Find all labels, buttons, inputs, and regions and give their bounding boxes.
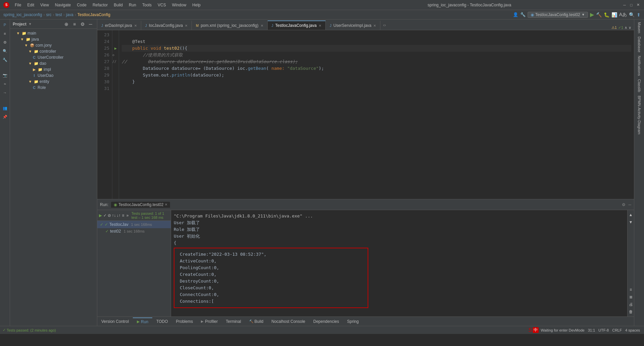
sidebar-icon-5[interactable]: 🔧 xyxy=(1,56,9,64)
right-sidebar-database[interactable]: Database xyxy=(637,35,642,54)
scroll-list-icon[interactable]: ≡ xyxy=(628,286,634,293)
tab-build[interactable]: 🔨 Build xyxy=(245,317,268,326)
sidebar-icon-8[interactable]: → xyxy=(1,89,9,97)
build-button[interactable]: 🔨 xyxy=(596,12,602,17)
search-button[interactable]: 🔍 xyxy=(629,12,635,17)
scroll-delete-icon[interactable]: 🗑 xyxy=(628,308,634,315)
tree-item-main[interactable]: ▼ 📁 main xyxy=(10,30,97,36)
breadcrumb-project[interactable]: spring_ioc_javaconfig xyxy=(3,12,42,17)
status-line-sep[interactable]: CRLF xyxy=(611,328,623,332)
scroll-down-button[interactable]: ▼ xyxy=(628,219,634,226)
menu-help[interactable]: Help xyxy=(190,2,203,8)
status-lang-icon[interactable]: 中 xyxy=(533,327,539,333)
tab-run[interactable]: ▶ Run xyxy=(133,317,152,326)
panel-dropdown[interactable]: ▼ xyxy=(29,22,32,26)
tab-todo[interactable]: TODO xyxy=(152,317,172,326)
tab-dependencies[interactable]: Dependencies xyxy=(309,317,343,326)
translate-icon[interactable]: Aあ xyxy=(619,12,627,18)
tab-close-0[interactable]: ✕ xyxy=(134,24,137,28)
scroll-list2-icon[interactable]: ≣ xyxy=(628,294,634,300)
menu-view[interactable]: View xyxy=(38,2,52,8)
panel-collapse-icon[interactable]: ≡ xyxy=(71,20,78,28)
menu-navigate[interactable]: Navigate xyxy=(52,2,73,8)
tab-terminal[interactable]: Terminal xyxy=(222,317,245,326)
menu-window[interactable]: Window xyxy=(169,2,189,8)
panel-minimize-icon[interactable]: ─ xyxy=(87,20,94,28)
breadcrumb-src[interactable]: src xyxy=(46,12,51,17)
tab-close-3[interactable]: ✕ xyxy=(319,24,321,28)
breadcrumb-test[interactable]: test xyxy=(55,12,62,17)
expand-icon[interactable]: ∧ xyxy=(625,26,627,30)
run-gutter-icon[interactable]: ▶ xyxy=(114,45,117,52)
right-sidebar-maven[interactable]: Maven xyxy=(637,21,642,35)
tree-item-userdao[interactable]: I UserDao xyxy=(10,72,97,79)
debug-button[interactable]: 🐛 xyxy=(604,12,609,17)
run-list-button[interactable]: ≡ xyxy=(121,212,125,219)
sidebar-icon-3[interactable]: ⚙ xyxy=(1,38,9,46)
tree-item-dao[interactable]: ▼ 📁 dao xyxy=(10,60,97,66)
sidebar-bookmarks-icon[interactable]: 📌 xyxy=(1,113,9,121)
menu-refactor[interactable]: Refactor xyxy=(90,2,110,8)
tab-close-1[interactable]: ✕ xyxy=(185,24,187,28)
sidebar-project-icon[interactable]: P xyxy=(1,21,9,29)
run-tab-close[interactable]: ✕ xyxy=(165,203,167,206)
test-suite-row[interactable]: ✓ ✓ TestIocJav 1 sec 168ms xyxy=(97,221,171,228)
scroll-print-icon[interactable]: 🖨 xyxy=(628,301,634,308)
tab-pomxml[interactable]: M pom.xml (spring_ioc_javaconfig) ✕ xyxy=(192,20,267,30)
tab-problems[interactable]: Problems xyxy=(172,317,197,326)
tab-close-2[interactable]: ✕ xyxy=(261,24,263,28)
tree-item-entity[interactable]: ▼ 📁 entity xyxy=(10,79,97,85)
breadcrumb-java[interactable]: java xyxy=(66,12,73,17)
menu-file[interactable]: File xyxy=(12,2,24,8)
scroll-up-button[interactable]: ▲ xyxy=(628,211,634,218)
sidebar-icon-2[interactable]: ≡ xyxy=(1,30,9,38)
test-item-row[interactable]: ✓ test02 1 sec 168ms xyxy=(97,228,171,234)
run-stop-button[interactable]: ⊘ xyxy=(107,212,111,219)
run-config-display[interactable]: ◉ TestIocJavaConfig.test02 ▼ xyxy=(528,12,588,18)
sidebar-icon-4[interactable]: 🔍 xyxy=(1,47,9,55)
coverage-button[interactable]: 📊 xyxy=(611,12,617,17)
tree-item-java[interactable]: ▼ 📁 java xyxy=(10,36,97,42)
tab-nocalhost[interactable]: Nocalhost Console xyxy=(267,317,309,326)
tree-item-controller[interactable]: ▼ 📁 controller xyxy=(10,48,97,54)
panel-sync-icon[interactable]: ⊕ xyxy=(63,20,70,28)
sidebar-structure-icon[interactable]: ≈ xyxy=(1,80,9,88)
tab-testiocjavaconfig[interactable]: J TestIocJavaConfig.java ✕ xyxy=(268,20,326,30)
run-sort-asc-button[interactable]: ↑↓ xyxy=(112,212,116,219)
run-output[interactable]: "C:\Program Files\Java\jdk1.8.0_211\bin\… xyxy=(171,210,627,316)
close-button[interactable]: ✕ xyxy=(635,2,641,8)
minimize-button[interactable]: ─ xyxy=(622,2,627,8)
tab-userserviceimpl[interactable]: J UserServiceImpl.java ✕ xyxy=(326,20,380,30)
vcs-icon[interactable]: 👤 xyxy=(513,12,518,17)
sidebar-icon-6[interactable]: 📷 xyxy=(1,71,9,79)
tab-version-control[interactable]: Version Control xyxy=(97,317,133,326)
run-button[interactable]: ▶ xyxy=(590,11,594,18)
right-sidebar-notifications[interactable]: Notifications xyxy=(637,54,642,77)
run-sort-desc-button[interactable]: ↓↑ xyxy=(116,212,120,219)
update-button[interactable]: ⬆ xyxy=(637,12,641,17)
tab-erdaoimpl[interactable]: J erDaoImpl.java ✕ xyxy=(97,20,141,30)
settings-icon[interactable]: 🔧 xyxy=(520,12,526,17)
run-play-button[interactable]: ▶ xyxy=(99,212,102,219)
tab-spring[interactable]: Spring xyxy=(343,317,363,326)
panel-settings-icon[interactable]: ⚙ xyxy=(79,20,86,28)
maximize-button[interactable]: □ xyxy=(629,2,634,8)
tree-item-role[interactable]: C Role xyxy=(10,85,97,91)
menu-edit[interactable]: Edit xyxy=(24,2,37,8)
tab-profiler[interactable]: ▶ Profiler xyxy=(197,317,222,326)
tree-item-impl[interactable]: ▶ 📁 impl xyxy=(10,66,97,72)
breadcrumb-file[interactable]: TestIocJavaConfig xyxy=(77,12,110,17)
menu-code[interactable]: Code xyxy=(74,2,89,8)
menu-tools[interactable]: Tools xyxy=(140,2,154,8)
tab-close-4[interactable]: ✕ xyxy=(373,24,376,28)
collapse-icon[interactable]: ∨ xyxy=(629,26,631,30)
status-waiting[interactable]: Waiting for enter DevMode xyxy=(539,328,586,332)
status-icon-1[interactable]: S xyxy=(529,327,532,333)
menu-build[interactable]: Build xyxy=(111,2,125,8)
right-sidebar-classlib[interactable]: Classlib xyxy=(637,78,642,94)
menu-run[interactable]: Run xyxy=(126,2,139,8)
status-encoding[interactable]: UTF-8 xyxy=(597,328,610,332)
run-more-button[interactable]: » xyxy=(126,212,129,219)
status-indent[interactable]: 4 spaces xyxy=(624,328,641,332)
status-passed[interactable]: ✓ Tests passed: (2 minutes ago) xyxy=(3,328,56,332)
